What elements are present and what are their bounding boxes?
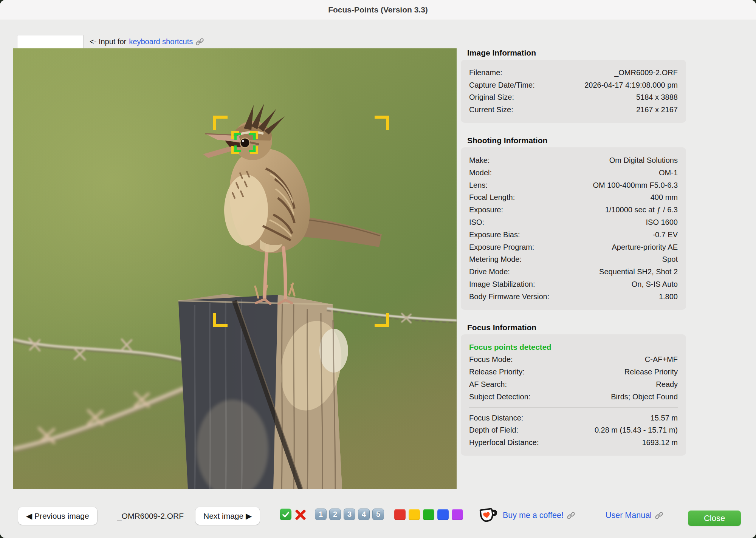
info-row: Metering Mode: Spot xyxy=(469,254,678,266)
image-information-panel: Filename: _OMR6009-2.ORF Capture Date/Ti… xyxy=(461,60,686,123)
focus-status: Focus points detected xyxy=(469,341,678,354)
info-row: Focus Mode: C-AF+MF xyxy=(469,354,678,366)
photo-view xyxy=(13,48,457,489)
info-row: Original Size: 5184 x 3888 xyxy=(469,91,678,104)
info-row: Exposure: 1/10000 sec at ƒ / 6.3 xyxy=(469,204,678,216)
link-icon xyxy=(195,37,204,46)
color-label-buttons xyxy=(394,509,463,520)
shortcut-hint: <- Input for keyboard shortcuts xyxy=(90,37,204,46)
info-row: Drive Mode: Sequential SH2, Shot 2 xyxy=(469,266,678,278)
info-row: Focal Length: 400 mm xyxy=(469,192,678,204)
info-row: Exposure Bias: -0.7 EV xyxy=(469,229,678,241)
flag-reject-icon[interactable] xyxy=(294,508,307,521)
check-icon xyxy=(281,510,290,519)
info-row: AF Search: Ready xyxy=(469,378,678,391)
info-row: Exposure Program: Aperture-priority AE xyxy=(469,241,678,254)
info-row: Body Firmware Version: 1.800 xyxy=(469,291,678,303)
info-row: Lens: OM 100-400mm F5.0-6.3 xyxy=(469,179,678,192)
color-label-purple[interactable] xyxy=(452,509,463,520)
info-row: Focus Distance: 15.57 m xyxy=(469,412,678,424)
focus-information-panel: Focus points detected Focus Mode: C-AF+M… xyxy=(461,334,686,456)
color-label-blue[interactable] xyxy=(437,509,449,520)
bottom-toolbar: ◀ Previous image _OMR6009-2.ORF Next ima… xyxy=(0,503,756,528)
info-row: Image Stabilization: On, S-IS Auto xyxy=(469,278,678,291)
image-information-title: Image Information xyxy=(467,48,686,57)
color-label-yellow[interactable] xyxy=(409,509,420,520)
info-row: Make: Om Digital Solutions xyxy=(469,154,678,167)
rating-3-button[interactable]: 3 xyxy=(344,509,355,520)
rating-2-button[interactable]: 2 xyxy=(329,509,341,520)
info-row: Depth of Field: 0.28 m (15.43 - 15.71 m) xyxy=(469,424,678,437)
rating-1-button[interactable]: 1 xyxy=(315,509,327,520)
user-manual-label[interactable]: User Manual xyxy=(606,511,652,520)
shortcut-hint-text: <- Input for xyxy=(90,37,126,46)
flag-pick-icon[interactable] xyxy=(280,509,291,520)
info-column: Image Information Filename: _OMR6009-2.O… xyxy=(461,48,686,456)
current-filename: _OMR6009-2.ORF xyxy=(111,512,190,521)
coffee-cup-icon[interactable] xyxy=(478,506,497,524)
rating-4-button[interactable]: 4 xyxy=(358,509,370,520)
focus-information-title: Focus Information xyxy=(467,323,686,332)
previous-image-button[interactable]: ◀ Previous image xyxy=(18,507,97,525)
photo-bird-on-post xyxy=(13,48,457,489)
info-row: Subject Detection: Birds; Object Found xyxy=(469,391,678,403)
info-row: ISO: ISO 1600 xyxy=(469,216,678,229)
info-row: Hyperfocal Distance: 1693.12 m xyxy=(469,436,678,449)
info-row: Filename: _OMR6009-2.ORF xyxy=(469,66,678,79)
color-label-red[interactable] xyxy=(394,509,406,520)
link-icon xyxy=(655,511,663,520)
color-label-green[interactable] xyxy=(423,509,434,520)
rating-buttons: 1 2 3 4 5 xyxy=(315,509,384,520)
keyboard-shortcuts-link[interactable]: keyboard shortcuts xyxy=(129,37,193,46)
panel-divider xyxy=(469,407,678,408)
info-row: Current Size: 2167 x 2167 xyxy=(469,104,678,116)
next-image-button[interactable]: Next image ▶ xyxy=(195,507,260,525)
info-row: Model: OM-1 xyxy=(469,167,678,179)
buy-me-a-coffee-link[interactable]: Buy me a coffee! xyxy=(503,511,575,520)
info-row: Capture Date/Time: 2026-04-17 4:19:08.00… xyxy=(469,79,678,91)
info-row: Release Priority: Release Priority xyxy=(469,366,678,378)
close-button[interactable]: Close xyxy=(688,510,741,526)
user-manual-link[interactable]: User Manual xyxy=(606,511,663,520)
wooden-post xyxy=(178,283,349,489)
title-bar: Focus-Points (Version 3.3) xyxy=(0,0,756,20)
buy-me-a-coffee-label[interactable]: Buy me a coffee! xyxy=(503,511,564,520)
focus-points-window: Focus-Points (Version 3.3) <- Input for … xyxy=(0,0,756,538)
window-title: Focus-Points (Version 3.3) xyxy=(328,5,428,14)
shooting-information-panel: Make: Om Digital Solutions Model: OM-1 L… xyxy=(461,147,686,310)
keyboard-shortcut-input[interactable] xyxy=(17,35,84,49)
link-icon xyxy=(567,511,575,520)
shooting-information-title: Shooting Information xyxy=(467,136,686,145)
rating-5-button[interactable]: 5 xyxy=(372,509,384,520)
